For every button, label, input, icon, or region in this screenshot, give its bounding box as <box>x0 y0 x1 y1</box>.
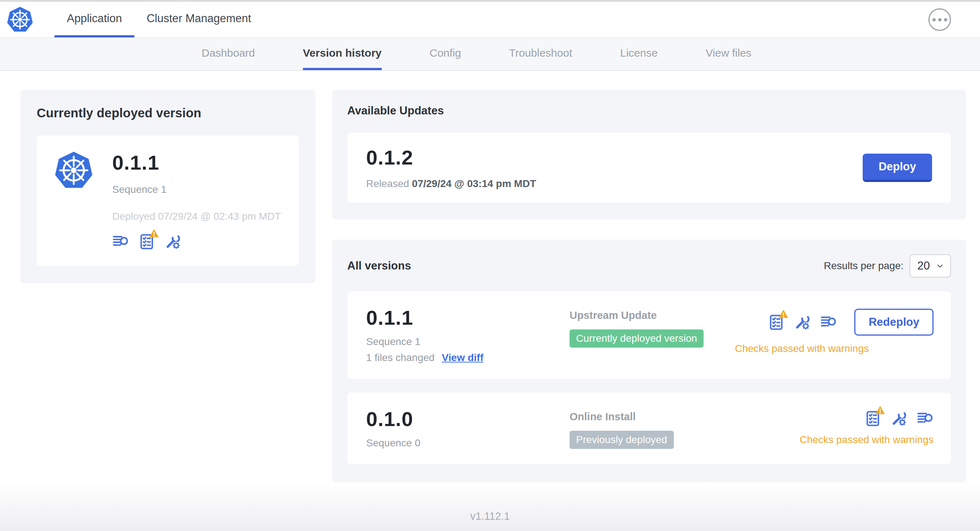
header-spacer <box>263 2 928 37</box>
currently-deployed-panel: Currently deployed version 0.1.1 Sequenc… <box>20 90 315 283</box>
all-versions-header: All versions Results per page: 20 <box>347 254 951 278</box>
warning-triangle-icon <box>778 309 789 320</box>
app-header: Application Cluster Management <box>0 2 980 38</box>
released-prefix: Released <box>366 178 412 189</box>
config-wrench-icon[interactable] <box>794 314 811 331</box>
preflight-checks-icon[interactable] <box>138 233 155 250</box>
release-notes-icon[interactable] <box>917 410 934 427</box>
release-notes-icon[interactable] <box>820 314 837 331</box>
row-source-label: Upstream Update <box>570 310 735 321</box>
kubernetes-logo <box>0 2 40 37</box>
tab-cluster-management[interactable]: Cluster Management <box>134 2 264 37</box>
all-versions-panel: All versions Results per page: 20 0.1.1 … <box>332 240 966 482</box>
row-version-number: 0.1.1 <box>366 306 570 329</box>
results-per-page: Results per page: 20 <box>824 254 951 278</box>
redeploy-button[interactable]: Redeploy <box>854 309 934 335</box>
update-version-number: 0.1.2 <box>366 146 536 169</box>
preflight-checks-icon[interactable] <box>768 314 784 331</box>
tab-troubleshoot[interactable]: Troubleshoot <box>509 38 572 70</box>
available-update-card: 0.1.2 Released 07/29/24 @ 03:14 pm MDT D… <box>347 133 951 203</box>
header-tabs: Application Cluster Management <box>54 2 263 37</box>
config-wrench-icon[interactable] <box>891 410 907 427</box>
kubernetes-app-icon <box>54 151 93 190</box>
tab-dashboard[interactable]: Dashboard <box>202 38 255 70</box>
files-changed-text: 1 files changed <box>366 352 434 364</box>
status-badge-previously-deployed: Previously deployed <box>570 431 674 449</box>
tab-license[interactable]: License <box>620 38 657 70</box>
right-column: Available Updates 0.1.2 Released 07/29/2… <box>332 90 966 482</box>
tab-view-files[interactable]: View files <box>706 38 751 70</box>
row-source-label: Online Install <box>570 411 799 423</box>
release-notes-icon[interactable] <box>112 233 129 250</box>
version-row-0-1-1: 0.1.1 Sequence 1 1 files changed View di… <box>347 291 951 379</box>
released-date: 07/29/24 @ 03:14 pm MDT <box>412 178 536 189</box>
view-diff-link[interactable]: View diff <box>442 352 484 364</box>
page-footer: v1.112.1 <box>0 482 980 531</box>
chevron-down-icon <box>936 261 944 270</box>
available-updates-panel: Available Updates 0.1.2 Released 07/29/2… <box>332 90 966 219</box>
preflight-checks-icon[interactable] <box>864 410 881 427</box>
deployed-date: Deployed 07/29/24 @ 02:43 pm MDT <box>112 211 281 222</box>
status-badge-currently-deployed: Currently deployed version <box>570 329 703 348</box>
results-per-page-select[interactable]: 20 <box>910 254 951 278</box>
app-subnav: Dashboard Version history Config Trouble… <box>0 38 980 71</box>
tab-config[interactable]: Config <box>430 38 461 70</box>
deployed-icon-row <box>112 233 281 250</box>
console-version: v1.112.1 <box>470 510 510 522</box>
currently-deployed-title: Currently deployed version <box>37 106 299 120</box>
all-versions-title: All versions <box>347 259 411 272</box>
config-wrench-icon[interactable] <box>165 233 181 250</box>
results-per-page-value: 20 <box>918 259 930 272</box>
deployed-version-card: 0.1.1 Sequence 1 Deployed 07/29/24 @ 02:… <box>37 135 299 266</box>
deployed-sequence: Sequence 1 <box>112 184 281 196</box>
row-version-number: 0.1.0 <box>366 407 570 431</box>
main-content: Currently deployed version 0.1.1 Sequenc… <box>0 71 980 482</box>
version-row-0-1-0: 0.1.0 Sequence 0 Online Install Previous… <box>347 393 951 464</box>
deploy-button[interactable]: Deploy <box>863 154 932 182</box>
available-updates-title: Available Updates <box>347 104 951 117</box>
warning-triangle-icon <box>149 228 159 239</box>
checks-status-text: Checks passed with warnings <box>799 434 934 446</box>
tab-application[interactable]: Application <box>54 2 134 37</box>
row-sequence: Sequence 0 <box>366 437 570 449</box>
tab-version-history[interactable]: Version history <box>303 38 382 70</box>
ellipsis-menu-icon[interactable] <box>928 8 951 31</box>
update-released-line: Released 07/29/24 @ 03:14 pm MDT <box>366 178 536 189</box>
warning-triangle-icon <box>875 405 886 416</box>
deployed-version-number: 0.1.1 <box>112 151 281 174</box>
row-sequence: Sequence 1 <box>366 336 570 348</box>
results-per-page-label: Results per page: <box>824 260 904 272</box>
checks-status-text: Checks passed with warnings <box>735 343 869 355</box>
